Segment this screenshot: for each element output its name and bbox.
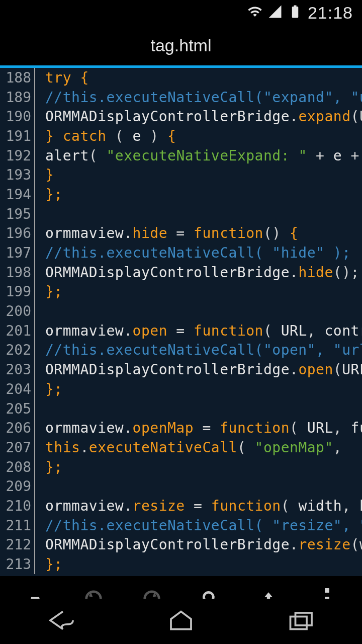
code-content[interactable]: }; bbox=[35, 459, 63, 475]
title-bar: tag.html bbox=[0, 25, 362, 65]
line-number: 194 bbox=[0, 186, 34, 203]
home-icon[interactable] bbox=[166, 608, 196, 634]
line-number: 208 bbox=[0, 459, 34, 475]
line-number: 204 bbox=[0, 381, 34, 397]
line-number: 205 bbox=[0, 400, 34, 417]
code-line[interactable]: 206ormmaview.openMap = function( URL, fu bbox=[0, 418, 362, 438]
line-number: 191 bbox=[0, 128, 34, 144]
code-content[interactable]: ormmaview.resize = function( width, h bbox=[35, 498, 362, 514]
code-line[interactable]: 207this.executeNativeCall( "openMap", bbox=[0, 438, 362, 457]
line-number: 198 bbox=[0, 264, 34, 281]
svg-rect-6 bbox=[296, 613, 312, 625]
code-content[interactable]: }; bbox=[35, 186, 63, 203]
code-content[interactable]: } bbox=[35, 167, 54, 183]
code-line[interactable]: 190ORMMADisplayControllerBridge.expand(U bbox=[0, 107, 362, 126]
code-content[interactable]: ormmaview.open = function( URL, contr bbox=[35, 323, 362, 339]
line-number: 190 bbox=[0, 108, 34, 125]
code-line[interactable]: 195 bbox=[0, 204, 362, 224]
code-line[interactable]: 212ORMMADisplayControllerBridge.resize(w bbox=[0, 535, 362, 555]
code-line[interactable]: 200 bbox=[0, 301, 362, 321]
line-number: 210 bbox=[0, 498, 34, 514]
code-line[interactable]: 202//this.executeNativeCall("open", "url bbox=[0, 341, 362, 360]
code-line[interactable]: 210ormmaview.resize = function( width, h bbox=[0, 496, 362, 516]
line-number: 196 bbox=[0, 225, 34, 242]
code-line[interactable]: 192alert( "executeNativeExpand: " + e + bbox=[0, 146, 362, 166]
wifi-icon bbox=[247, 4, 262, 21]
line-number: 212 bbox=[0, 536, 34, 553]
code-content[interactable]: } catch ( e ) { bbox=[35, 128, 176, 144]
code-line[interactable]: 201ormmaview.open = function( URL, contr bbox=[0, 321, 362, 341]
line-number: 203 bbox=[0, 361, 34, 378]
code-content[interactable]: ORMMADisplayControllerBridge.resize(w bbox=[35, 536, 362, 553]
code-line[interactable]: 194}; bbox=[0, 185, 362, 204]
code-line[interactable]: 191} catch ( e ) { bbox=[0, 126, 362, 146]
code-content[interactable]: //this.executeNativeCall( "hide" ); bbox=[35, 245, 351, 261]
code-line[interactable]: 188try { bbox=[0, 68, 362, 88]
android-nav-bar bbox=[0, 599, 362, 644]
code-line[interactable]: 198ORMMADisplayControllerBridge.hide(); bbox=[0, 263, 362, 282]
battery-icon bbox=[288, 4, 303, 21]
line-number: 207 bbox=[0, 439, 34, 456]
code-line[interactable]: 197//this.executeNativeCall( "hide" ); bbox=[0, 243, 362, 263]
line-number: 211 bbox=[0, 517, 34, 534]
code-content[interactable]: this.executeNativeCall( "openMap", bbox=[35, 439, 342, 456]
back-icon[interactable] bbox=[45, 608, 75, 634]
code-line[interactable]: 193} bbox=[0, 165, 362, 185]
recent-apps-icon[interactable] bbox=[287, 608, 317, 634]
code-content[interactable]: alert( "executeNativeExpand: " + e + bbox=[35, 147, 359, 164]
line-number: 197 bbox=[0, 245, 34, 261]
code-line[interactable]: 213}; bbox=[0, 554, 362, 574]
code-content[interactable]: }; bbox=[35, 283, 63, 300]
line-number: 206 bbox=[0, 420, 34, 436]
line-number: 201 bbox=[0, 323, 34, 339]
code-line[interactable]: 189//this.executeNativeCall("expand", "u bbox=[0, 88, 362, 107]
line-number: 209 bbox=[0, 478, 34, 495]
code-content[interactable]: //this.executeNativeCall("open", "url bbox=[35, 342, 362, 358]
signal-icon bbox=[267, 4, 283, 21]
code-content[interactable]: }; bbox=[35, 381, 63, 397]
svg-rect-5 bbox=[291, 617, 307, 629]
line-number: 193 bbox=[0, 167, 34, 183]
code-line[interactable]: 208}; bbox=[0, 457, 362, 477]
code-content[interactable]: ORMMADisplayControllerBridge.hide(); bbox=[35, 264, 359, 281]
line-number: 192 bbox=[0, 147, 34, 164]
code-content[interactable]: try { bbox=[35, 69, 89, 86]
code-line[interactable]: 211//this.executeNativeCall( "resize", " bbox=[0, 516, 362, 535]
status-time: 21:18 bbox=[308, 3, 353, 23]
code-line[interactable]: 205 bbox=[0, 399, 362, 419]
code-line[interactable]: 196ormmaview.hide = function() { bbox=[0, 224, 362, 244]
line-number: 200 bbox=[0, 303, 34, 319]
code-content[interactable]: ormmaview.hide = function() { bbox=[35, 225, 298, 242]
code-editor[interactable]: 188try {189//this.executeNativeCall("exp… bbox=[0, 68, 362, 576]
filename-label: tag.html bbox=[151, 36, 212, 55]
code-content[interactable]: ORMMADisplayControllerBridge.expand(U bbox=[35, 108, 362, 125]
code-content[interactable]: ORMMADisplayControllerBridge.open(URL bbox=[35, 361, 362, 378]
code-content[interactable]: }; bbox=[35, 556, 63, 573]
line-number: 189 bbox=[0, 89, 34, 106]
line-number: 213 bbox=[0, 556, 34, 573]
code-line[interactable]: 209 bbox=[0, 476, 362, 496]
status-bar: 21:18 bbox=[0, 0, 362, 25]
line-number: 188 bbox=[0, 69, 34, 86]
code-content[interactable]: //this.executeNativeCall("expand", "u bbox=[35, 89, 362, 106]
code-content[interactable]: //this.executeNativeCall( "resize", " bbox=[35, 517, 362, 534]
line-number: 202 bbox=[0, 342, 34, 358]
code-line[interactable]: 203ORMMADisplayControllerBridge.open(URL bbox=[0, 360, 362, 379]
code-line[interactable]: 199}; bbox=[0, 282, 362, 302]
code-content[interactable]: ormmaview.openMap = function( URL, fu bbox=[35, 420, 362, 436]
line-number: 195 bbox=[0, 206, 34, 222]
code-line[interactable]: 204}; bbox=[0, 379, 362, 399]
line-number: 199 bbox=[0, 283, 34, 300]
